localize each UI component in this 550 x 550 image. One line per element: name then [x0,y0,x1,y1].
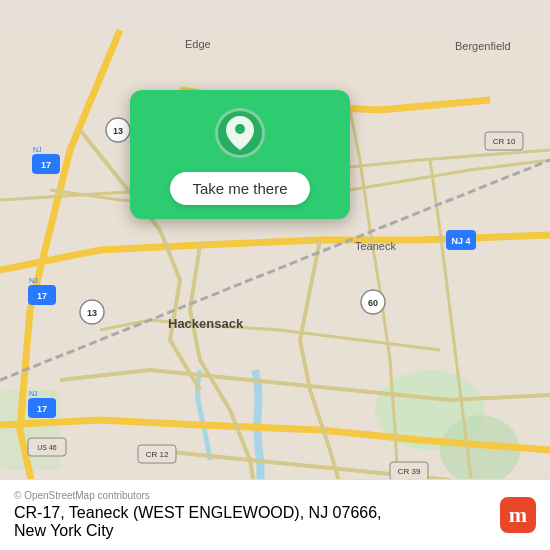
svg-text:US 46: US 46 [37,444,57,451]
map-background: 17 NJ 17 NJ 17 NJ NJ 4 13 13 10 CR 10 CR… [0,0,550,550]
svg-text:NJ: NJ [29,390,38,397]
bottom-bar: © OpenStreetMap contributors CR-17, Tean… [0,479,550,550]
svg-text:17: 17 [41,160,51,170]
svg-text:CR 10: CR 10 [493,137,516,146]
location-popup: Take me there [130,90,350,219]
svg-text:Bergenfield: Bergenfield [455,40,511,52]
svg-text:CR 39: CR 39 [398,467,421,476]
svg-text:CR 12: CR 12 [146,450,169,459]
location-line2: New York City [14,522,114,539]
svg-text:13: 13 [113,126,123,136]
location-address: CR-17, Teaneck (WEST ENGLEWOOD), NJ 0766… [14,504,382,540]
svg-text:17: 17 [37,404,47,414]
osm-attribution: © OpenStreetMap contributors [14,490,382,501]
svg-text:NJ 4: NJ 4 [451,236,470,246]
moovit-m-icon: m [500,497,536,533]
moovit-logo: m [500,497,536,533]
svg-text:13: 13 [87,308,97,318]
take-me-there-button[interactable]: Take me there [170,172,309,205]
svg-text:Hackensack: Hackensack [168,316,244,331]
svg-text:60: 60 [368,298,378,308]
svg-text:Edge: Edge [185,38,211,50]
svg-text:NJ: NJ [29,277,38,284]
svg-text:NJ: NJ [33,146,42,153]
svg-text:17: 17 [37,291,47,301]
map-container: 17 NJ 17 NJ 17 NJ NJ 4 13 13 10 CR 10 CR… [0,0,550,550]
location-info: © OpenStreetMap contributors CR-17, Tean… [14,490,382,540]
location-marker-icon [215,108,265,158]
svg-point-37 [235,124,245,134]
location-line1: CR-17, Teaneck (WEST ENGLEWOOD), NJ 0766… [14,504,382,521]
svg-text:Teaneck: Teaneck [355,240,396,252]
